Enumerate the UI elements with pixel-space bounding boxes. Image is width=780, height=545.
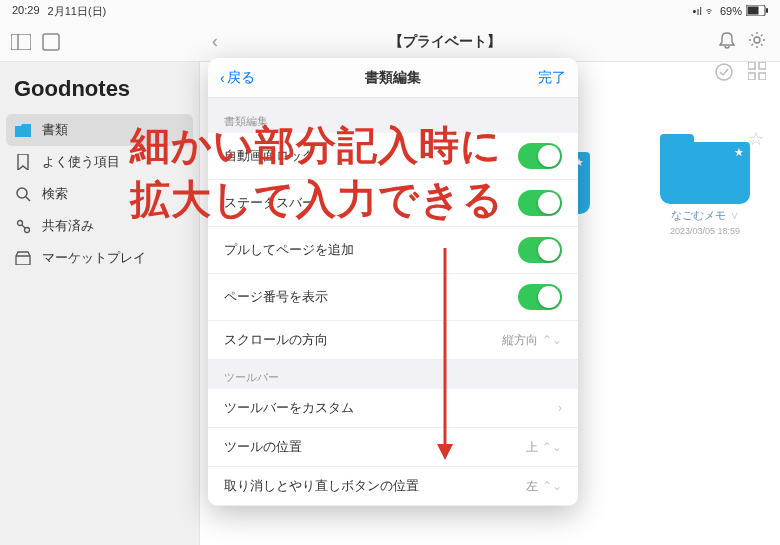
toggle-switch[interactable] [518,284,562,310]
folder-icon: ★ [660,142,750,204]
settings-row[interactable]: 自動画面ロック [208,133,578,180]
toggle-switch[interactable] [518,143,562,169]
svg-line-11 [22,225,25,228]
modal-back-button[interactable]: ‹ 戻る [220,69,255,87]
back-chevron-icon[interactable]: ‹ [212,31,218,52]
folder-icon [14,121,32,139]
row-value: 縦方向 ⌃⌄ [502,332,562,349]
toggle-switch[interactable] [518,190,562,216]
row-label: ページ番号を表示 [224,288,328,306]
status-date: 2月11日(日) [48,4,107,19]
svg-rect-13 [748,62,755,69]
settings-modal: ‹ 戻る 書類編集 完了 書類編集自動画面ロックステータスバープルしてページを追… [208,58,578,506]
status-bar: 20:29 2月11日(日) •ıl ᯤ 69% [0,0,780,22]
settings-row[interactable]: プルしてページを追加 [208,227,578,274]
check-icon[interactable] [714,62,734,86]
status-time: 20:29 [12,4,40,19]
sidebar-label: 書類 [42,121,68,139]
row-label: プルしてページを追加 [224,241,354,259]
svg-point-6 [754,37,760,43]
sidebar-item-search[interactable]: 検索 [0,178,199,210]
sidebar-item-favorites[interactable]: よく使う項目 [0,146,199,178]
modal-header: ‹ 戻る 書類編集 完了 [208,58,578,98]
battery-percent: 69% [720,5,742,17]
modal-done-button[interactable]: 完了 [538,69,566,87]
row-label: スクロールの方向 [224,331,328,349]
star-icon: ★ [734,146,744,159]
wifi-icon: •ıl ᯤ [693,5,716,17]
sidebar-item-documents[interactable]: 書類 [6,114,193,146]
new-icon[interactable] [38,29,64,55]
sidebar-label: 共有済み [42,217,94,235]
sidebar-item-shared[interactable]: 共有済み [0,210,199,242]
shop-icon [14,249,32,267]
row-label: 取り消しとやり直しボタンの位置 [224,477,419,495]
svg-rect-3 [11,34,31,50]
page-title: 【プライベート】 [389,33,501,51]
row-label: ステータスバー [224,194,315,212]
sidebar-toggle-icon[interactable] [8,29,34,55]
sidebar: Goodnotes 書類 よく使う項目 検索 共有済み マーケットプレイ [0,62,200,545]
sidebar-label: よく使う項目 [42,153,120,171]
svg-rect-1 [748,6,759,14]
row-label: 自動画面ロック [224,147,315,165]
settings-row[interactable]: ステータスバー [208,180,578,227]
top-toolbar: ‹ 【プライベート】 [0,22,780,62]
svg-rect-16 [759,73,766,80]
section-header: 書類編集 [208,104,578,133]
sidebar-label: マーケットプレイ [42,249,146,267]
bell-icon[interactable] [718,31,736,53]
svg-rect-15 [748,73,755,80]
battery-icon [746,5,768,18]
modal-title: 書類編集 [365,69,421,87]
toggle-switch[interactable] [518,237,562,263]
svg-point-9 [17,220,22,225]
settings-row[interactable]: ツールバーをカスタム› [208,389,578,428]
updown-icon: ⌃⌄ [542,333,562,347]
share-icon [14,217,32,235]
sidebar-item-marketplace[interactable]: マーケットプレイ [0,242,199,274]
app-logo: Goodnotes [0,70,199,114]
svg-point-7 [17,188,27,198]
svg-rect-14 [759,62,766,69]
grid-icon[interactable] [748,62,766,86]
settings-row[interactable]: スクロールの方向縦方向 ⌃⌄ [208,321,578,360]
bookmark-icon [14,153,32,171]
row-label: ツールバーをカスタム [224,399,354,417]
updown-icon: ⌃⌄ [542,440,562,454]
settings-row[interactable]: 取り消しとやり直しボタンの位置左 ⌃⌄ [208,467,578,506]
file-name: なごむメモ ∨ [671,208,738,222]
updown-icon: ⌃⌄ [542,479,562,493]
svg-rect-2 [766,8,768,13]
row-value: 上 ⌃⌄ [526,439,562,456]
svg-point-12 [716,64,732,80]
gear-icon[interactable] [748,31,766,53]
section-header: ツールバー [208,360,578,389]
sidebar-label: 検索 [42,185,68,203]
settings-row[interactable]: ツールの位置上 ⌃⌄ [208,428,578,467]
svg-point-10 [24,227,29,232]
settings-row[interactable]: ページ番号を表示 [208,274,578,321]
file-date: 2023/03/05 18:59 [670,226,740,236]
file-item[interactable]: ★ なごむメモ ∨ 2023/03/05 18:59 [650,142,760,251]
svg-rect-5 [43,34,59,50]
chevron-right-icon: › [558,401,562,415]
svg-line-8 [26,197,30,201]
search-icon [14,185,32,203]
row-value: 左 ⌃⌄ [526,478,562,495]
row-label: ツールの位置 [224,438,302,456]
